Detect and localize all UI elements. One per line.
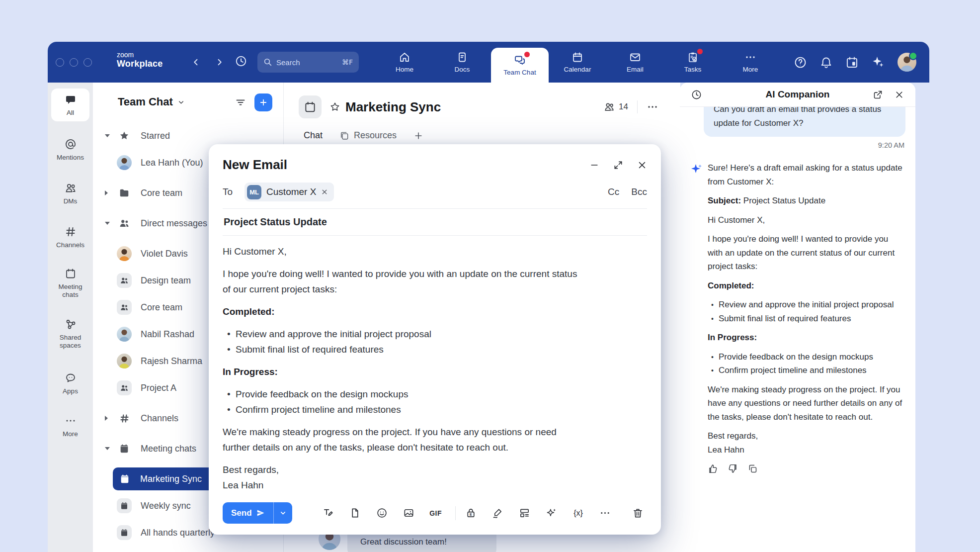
left-rail: All Mentions DMs Channels Meetingchats S… — [48, 83, 93, 552]
expand-caret-icon[interactable] — [105, 416, 108, 421]
ai-companion-sparkle-icon[interactable] — [871, 55, 885, 69]
user-avatar[interactable] — [898, 53, 916, 72]
new-email-modal: New Email To ML Customer X Cc Bcc Projec… — [209, 144, 661, 535]
cc-button[interactable]: Cc — [608, 186, 619, 197]
collapse-caret-icon[interactable] — [105, 134, 110, 137]
open-in-new-window-icon[interactable] — [873, 90, 883, 100]
search-icon — [263, 58, 272, 67]
rail-item-dms[interactable]: DMs — [48, 182, 93, 205]
back-button[interactable] — [188, 54, 205, 71]
star-icon — [119, 130, 130, 141]
favorite-star-button[interactable] — [329, 101, 340, 112]
tab-team-chat[interactable]: Team Chat — [491, 48, 549, 83]
rail-item-shared-spaces[interactable]: Sharedspaces — [48, 318, 93, 350]
rail-item-all[interactable]: All — [51, 89, 89, 121]
window-zoom-light[interactable] — [83, 58, 92, 67]
more-dots-icon — [599, 507, 611, 519]
send-options-button[interactable] — [273, 502, 292, 524]
rail-item-mentions[interactable]: Mentions — [48, 138, 93, 162]
history-button[interactable] — [235, 55, 247, 68]
rail-item-apps[interactable]: Apps — [48, 372, 93, 395]
thumbs-up-icon[interactable] — [708, 463, 718, 474]
conversation-title: Marketing Sync — [345, 99, 441, 115]
ai-feedback-actions — [708, 463, 905, 474]
signature-pencil-icon — [492, 507, 503, 519]
primary-nav: Home Docs Team Chat Calendar Email — [376, 42, 779, 83]
conversation-more-button[interactable] — [647, 101, 658, 113]
tab-chat[interactable]: Chat — [304, 130, 323, 141]
search-input[interactable]: Search ⌘F — [257, 52, 359, 73]
insert-image-button[interactable] — [400, 504, 418, 523]
chat-item-lea-rajesh[interactable]: Lea/Rajesh 1:1 — [93, 546, 283, 552]
bcc-button[interactable]: Bcc — [631, 186, 647, 197]
rail-item-channels[interactable]: Channels — [48, 226, 93, 249]
ai-conversation: Can you draft an email that provides a s… — [680, 96, 915, 474]
email-body-editor[interactable]: Hi Customer X, I hope you're doing well!… — [223, 244, 585, 493]
members-button[interactable]: 14 — [604, 101, 628, 112]
resources-icon — [339, 131, 349, 141]
tab-calendar[interactable]: Calendar — [549, 42, 606, 83]
window-minimize-light[interactable] — [70, 58, 78, 67]
add-tab-button[interactable] — [413, 131, 423, 141]
filter-icon[interactable] — [235, 96, 246, 108]
gif-button[interactable]: GIF — [426, 504, 445, 523]
ai-history-button[interactable] — [691, 89, 702, 100]
tab-tasks[interactable]: Tasks — [664, 42, 722, 83]
window-close-light[interactable] — [56, 58, 64, 67]
new-chat-button[interactable] — [254, 93, 272, 111]
window-traffic-lights[interactable] — [56, 58, 92, 67]
image-icon — [403, 507, 414, 519]
history-clock-icon — [691, 89, 702, 100]
tab-home[interactable]: Home — [376, 42, 433, 83]
encrypt-button[interactable]: E — [462, 504, 481, 523]
variables-button[interactable]: {x} — [569, 504, 588, 523]
format-text-icon — [323, 507, 334, 519]
help-icon[interactable] — [794, 56, 807, 69]
format-text-button[interactable] — [319, 504, 338, 523]
minimize-icon[interactable] — [589, 160, 599, 170]
top-bar: zoom Workplace Search ⌘F Home Docs — [48, 42, 929, 83]
ai-companion-panel: AI Companion Can you draft an email that… — [680, 83, 915, 552]
group-icon — [120, 383, 129, 392]
send-button[interactable]: Send — [223, 502, 273, 524]
lock-encrypt-icon: E — [465, 507, 477, 519]
meeting-calendar-icon — [65, 268, 77, 279]
forward-button[interactable] — [211, 54, 228, 71]
subject-field[interactable]: Project Status Update — [223, 209, 647, 235]
signature-button[interactable] — [489, 504, 507, 523]
ai-sparkle-icon — [690, 162, 704, 176]
zoom-workplace-app: zoom Workplace Search ⌘F Home Docs — [0, 0, 980, 552]
emoji-button[interactable] — [373, 504, 392, 523]
avatar — [117, 354, 132, 368]
tab-more[interactable]: More — [722, 42, 779, 83]
people-icon — [65, 182, 77, 194]
copy-icon[interactable] — [747, 463, 758, 474]
tab-resources[interactable]: Resources — [339, 130, 397, 141]
calendar-filled-icon — [119, 473, 130, 484]
expand-icon[interactable] — [613, 160, 623, 170]
tab-email[interactable]: Email — [606, 42, 664, 83]
toolbar-more-button[interactable] — [596, 504, 615, 523]
list-item: Submit final list of required features — [708, 312, 905, 326]
attach-file-button[interactable] — [346, 504, 365, 523]
close-icon[interactable] — [894, 90, 904, 100]
team-chat-title-menu[interactable]: Team Chat — [118, 95, 185, 108]
search-shortcut: ⌘F — [342, 58, 353, 66]
thumbs-down-icon[interactable] — [728, 463, 738, 474]
expand-caret-icon[interactable] — [105, 190, 108, 195]
discard-draft-button[interactable] — [628, 504, 647, 523]
tab-docs[interactable]: Docs — [433, 42, 491, 83]
ai-compose-button[interactable] — [542, 504, 561, 523]
calendar-today-icon[interactable] — [845, 56, 859, 69]
close-icon[interactable] — [637, 160, 647, 170]
collapse-caret-icon[interactable] — [105, 447, 110, 450]
remove-recipient-icon[interactable] — [321, 188, 328, 195]
shared-spaces-icon — [65, 318, 77, 330]
collapse-caret-icon[interactable] — [105, 222, 110, 225]
notifications-bell-icon[interactable] — [819, 56, 833, 69]
rail-item-more[interactable]: More — [48, 415, 93, 438]
chevron-down-icon — [177, 98, 185, 106]
template-layout-button[interactable] — [515, 504, 534, 523]
rail-item-meeting-chats[interactable]: Meetingchats — [48, 268, 93, 299]
recipient-chip[interactable]: ML Customer X — [245, 183, 334, 201]
